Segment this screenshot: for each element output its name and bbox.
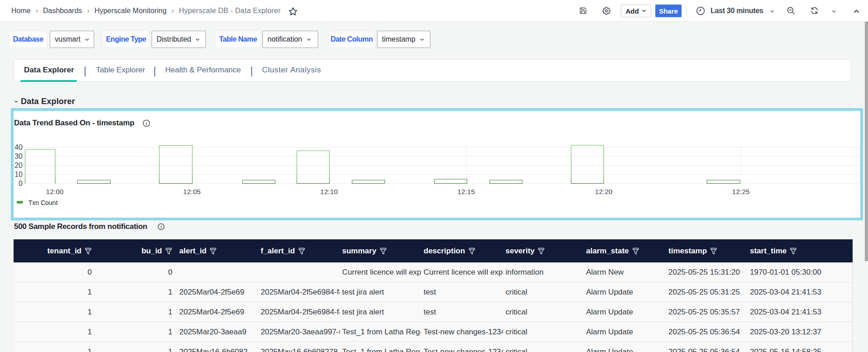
svg-text:20: 20 <box>14 162 23 169</box>
svg-text:10: 10 <box>14 171 23 178</box>
svg-text:30: 30 <box>14 152 23 160</box>
svg-text:12:05: 12:05 <box>183 188 201 195</box>
svg-text:12:15: 12:15 <box>458 188 475 195</box>
svg-text:40: 40 <box>14 143 23 151</box>
svg-text:0: 0 <box>19 180 23 187</box>
svg-text:Txn Count: Txn Count <box>29 199 58 206</box>
svg-text:12:25: 12:25 <box>732 188 750 195</box>
svg-text:12:00: 12:00 <box>46 188 64 195</box>
svg-text:12:20: 12:20 <box>595 188 613 195</box>
svg-text:12:10: 12:10 <box>320 188 338 195</box>
